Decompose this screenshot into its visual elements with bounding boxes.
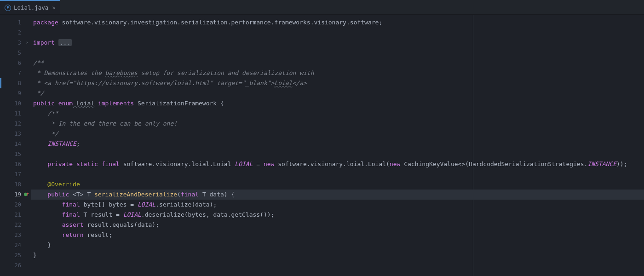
code-line: final T result = LOIAL.deserialize(bytes… bbox=[31, 210, 644, 220]
line-number: 20 bbox=[0, 200, 31, 210]
line-number: 8 bbox=[0, 78, 31, 88]
modified-line-indicator bbox=[0, 78, 1, 88]
code-line: * <a href="https://visionary.software/lo… bbox=[31, 78, 644, 88]
code-line: /** bbox=[31, 109, 644, 119]
code-line: private static final software.visionary.… bbox=[31, 159, 644, 169]
line-number: 3› bbox=[0, 38, 31, 48]
code-line bbox=[31, 149, 644, 159]
line-number: 10 bbox=[0, 98, 31, 109]
line-number: 24 bbox=[0, 240, 31, 250]
line-number: 7 bbox=[0, 68, 31, 78]
code-line bbox=[31, 28, 644, 38]
line-number: 21 bbox=[0, 210, 31, 220]
code-line: */ bbox=[31, 129, 644, 139]
code-line: @Override bbox=[31, 179, 644, 190]
code-line bbox=[31, 169, 644, 179]
code-line bbox=[31, 48, 644, 58]
line-number: 18 bbox=[0, 179, 31, 190]
line-number: 23 bbox=[0, 230, 31, 240]
code-line: } bbox=[31, 250, 644, 260]
tab-bar: E Loial.java × bbox=[0, 0, 644, 15]
line-number: 17 bbox=[0, 169, 31, 179]
fold-chevron-icon[interactable]: › bbox=[25, 38, 29, 48]
override-gutter-icon[interactable] bbox=[23, 191, 29, 197]
line-number: 25 bbox=[0, 250, 31, 260]
code-line: * In the end there can be only one! bbox=[31, 119, 644, 129]
line-number: 16 bbox=[0, 159, 31, 169]
code-line: INSTANCE; bbox=[31, 139, 644, 149]
code-line: * Demonstrates the barebones setup for s… bbox=[31, 68, 644, 78]
file-tab[interactable]: E Loial.java × bbox=[0, 0, 60, 14]
tab-filename: Loial.java bbox=[14, 4, 48, 11]
line-number: 2 bbox=[0, 28, 31, 38]
code-line: assert result.equals(data); bbox=[31, 220, 644, 230]
code-content[interactable]: package software.visionary.investigation… bbox=[31, 15, 644, 276]
code-line bbox=[31, 260, 644, 270]
code-line: /** bbox=[31, 58, 644, 68]
line-number: 1 bbox=[0, 17, 31, 28]
code-line: final byte[] bytes = LOIAL.serialize(dat… bbox=[31, 200, 644, 210]
line-number: 13 bbox=[0, 129, 31, 139]
code-line: package software.visionary.investigation… bbox=[31, 17, 644, 28]
code-editor[interactable]: 1 2 3› 5 6 7 8 9 10 11 12 13 14 15 16 17… bbox=[0, 15, 644, 276]
line-number: 26 bbox=[0, 260, 31, 270]
line-number: 19 bbox=[0, 190, 31, 200]
folded-imports[interactable]: ... bbox=[58, 39, 72, 46]
close-icon[interactable]: × bbox=[51, 4, 57, 11]
enum-file-icon: E bbox=[5, 5, 11, 11]
svg-point-0 bbox=[24, 193, 27, 196]
code-line: import ... bbox=[31, 38, 644, 48]
line-number: 14 bbox=[0, 139, 31, 149]
line-number: 6 bbox=[0, 58, 31, 68]
code-line: */ bbox=[31, 88, 644, 98]
line-gutter: 1 2 3› 5 6 7 8 9 10 11 12 13 14 15 16 17… bbox=[0, 15, 31, 276]
code-line: public enum Loial implements Serializati… bbox=[31, 98, 644, 109]
line-number: 22 bbox=[0, 220, 31, 230]
code-line-current: public <T> T serializeAndDeserialize(fin… bbox=[31, 190, 644, 200]
line-number: 5 bbox=[0, 48, 31, 58]
code-line: } bbox=[31, 240, 644, 250]
line-number: 15 bbox=[0, 149, 31, 159]
line-number: 11 bbox=[0, 109, 31, 119]
line-number: 12 bbox=[0, 119, 31, 129]
line-number: 9 bbox=[0, 88, 31, 98]
code-line: return result; bbox=[31, 230, 644, 240]
